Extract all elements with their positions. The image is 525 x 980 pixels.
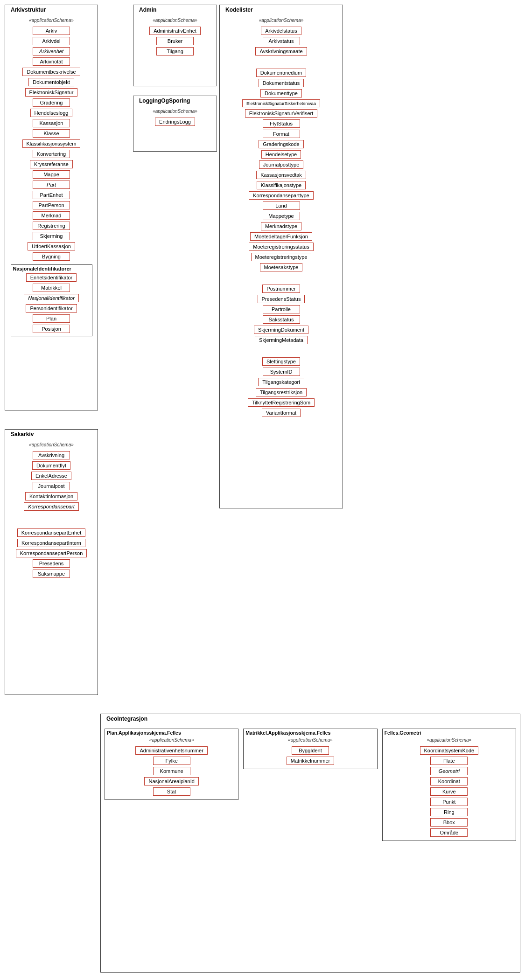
class-utfoertkassasjon[interactable]: UtfoertKassasjon bbox=[28, 242, 75, 250]
class-ring[interactable]: Ring bbox=[430, 808, 468, 816]
subpackage-fellesgeometri: Felles.Geometri «applicationSchema» Koor… bbox=[382, 729, 516, 841]
class-saksmappe[interactable]: Saksmappe bbox=[33, 570, 70, 578]
class-partrolle[interactable]: Partrolle bbox=[263, 305, 300, 313]
class-flytstatus[interactable]: FlytStatus bbox=[263, 119, 300, 128]
class-tilgangskategori[interactable]: Tilgangskategori bbox=[258, 378, 304, 386]
class-kontaktinformasjon[interactable]: Kontaktinformasjon bbox=[25, 492, 77, 500]
class-kurve[interactable]: Kurve bbox=[430, 787, 468, 796]
class-posisjon[interactable]: Posisjon bbox=[33, 325, 70, 333]
class-tilgang[interactable]: Tilgang bbox=[156, 47, 194, 56]
class-klassifikasjonssystem[interactable]: Klassifikasjonssystem bbox=[22, 139, 81, 148]
class-gradering[interactable]: Gradering bbox=[33, 98, 70, 107]
class-administrativenhetsnummer[interactable]: Administrativenhetsnummer bbox=[135, 746, 207, 755]
class-tilgangsrestriksjon[interactable]: Tilgangsrestriksjon bbox=[256, 388, 307, 396]
class-avskrivning[interactable]: Avskrivning bbox=[33, 451, 70, 459]
class-plan[interactable]: Plan bbox=[33, 314, 70, 323]
class-slettingstype[interactable]: Slettingstype bbox=[262, 357, 300, 366]
class-journalposttype[interactable]: Journalposttype bbox=[259, 160, 304, 169]
class-dokumentbeskrivelse[interactable]: Dokumentbeskrivelse bbox=[22, 68, 80, 76]
package-arkivstruktur-content: «applicationSchema» Arkiv Arkivdel Arkiv… bbox=[5, 16, 98, 340]
class-arkivnotat[interactable]: Arkivnotat bbox=[33, 57, 70, 66]
class-moeteregistreringsstatus[interactable]: Moeteregistreringsstatus bbox=[249, 243, 313, 251]
class-dokumentobjekt[interactable]: Dokumentobjekt bbox=[28, 78, 74, 86]
class-format[interactable]: Format bbox=[263, 130, 300, 138]
class-administrativenhet[interactable]: AdministrativEnhet bbox=[149, 27, 201, 35]
class-punkt[interactable]: Punkt bbox=[430, 798, 468, 806]
class-dokumentmedium[interactable]: Dokumentmedium bbox=[256, 69, 306, 77]
diagram-container: Arkivstruktur «applicationSchema» Arkiv … bbox=[0, 0, 525, 980]
class-mappe[interactable]: Mappe bbox=[33, 170, 70, 179]
class-matrikkel[interactable]: Matrikkel bbox=[33, 284, 70, 292]
class-elektronisksignatursikkerhetsnivaa[interactable]: ElektroniskSignaturSikkerhetsnivaa bbox=[242, 99, 320, 107]
class-byggident[interactable]: ByggIdent bbox=[292, 746, 329, 755]
class-geometri[interactable]: Geometri bbox=[430, 767, 468, 775]
class-korrespondansepartenhet[interactable]: KorrespondansepartEnhet bbox=[17, 528, 85, 537]
class-mappetype[interactable]: Mappetype bbox=[263, 212, 300, 220]
class-partperson[interactable]: PartPerson bbox=[33, 201, 70, 209]
class-moetesakstype[interactable]: Moetesakstype bbox=[260, 263, 303, 271]
class-enhetsidentifikator[interactable]: Enhetsidentifikator bbox=[26, 273, 77, 282]
class-tilknyttetregistreringsom[interactable]: TilknyttetRegistreringSom bbox=[248, 398, 315, 407]
class-flate[interactable]: Flate bbox=[430, 757, 468, 765]
class-skjermingdokument[interactable]: SkjermingDokument bbox=[254, 326, 308, 334]
class-nasjonalidentifikator[interactable]: NasjonalIdentifikator bbox=[24, 294, 79, 302]
class-koordinat[interactable]: Koordinat bbox=[430, 777, 468, 785]
class-korrespondansepartperson[interactable]: KorrespondansepartPerson bbox=[16, 549, 87, 557]
class-arkivenhet[interactable]: Arkivenhet bbox=[33, 47, 70, 56]
class-registrering[interactable]: Registrering bbox=[33, 222, 70, 230]
class-hendelsetype[interactable]: Hendelsetype bbox=[261, 150, 301, 159]
class-skjermingmetadata[interactable]: SkjermingMetadata bbox=[255, 336, 308, 344]
class-kommune[interactable]: Kommune bbox=[153, 767, 190, 775]
class-presedensstatus[interactable]: PresedensStatus bbox=[258, 295, 305, 303]
class-arkivstatus[interactable]: Arkivstatus bbox=[263, 37, 300, 45]
class-elektronisksignatur[interactable]: ElektroniskSignatur bbox=[25, 88, 78, 97]
class-omrade[interactable]: Område bbox=[430, 828, 468, 837]
class-arkivdelstatus[interactable]: Arkivdelstatus bbox=[261, 27, 301, 35]
class-konvertering[interactable]: Konvertering bbox=[33, 150, 70, 158]
class-part[interactable]: Part bbox=[33, 181, 70, 189]
class-skjerming[interactable]: Skjerming bbox=[33, 232, 70, 240]
class-journalpost[interactable]: Journalpost bbox=[33, 482, 70, 490]
class-nasjonalarealplanid[interactable]: NasjonalArealplanId bbox=[144, 777, 198, 785]
class-klassifikajonstype[interactable]: Klassifikajonstype bbox=[257, 181, 306, 189]
class-elektronisksignaturverifisert[interactable]: ElektroniskSignaturVerifisert bbox=[245, 109, 318, 118]
class-kassasjon[interactable]: Kassasjon bbox=[33, 119, 70, 127]
class-personidentifikator[interactable]: Personidentifikator bbox=[26, 304, 77, 313]
class-saksstatus[interactable]: Saksstatus bbox=[263, 315, 300, 324]
class-dokumenttype[interactable]: Dokumenttype bbox=[260, 89, 302, 97]
class-dokumentflyt[interactable]: Dokumentflyt bbox=[32, 461, 70, 470]
class-presedens[interactable]: Presedens bbox=[33, 559, 70, 568]
class-korrespondansepartintern[interactable]: KorrespondansepartIntern bbox=[17, 539, 85, 547]
class-bbox[interactable]: Bbox bbox=[430, 818, 468, 827]
class-matrikkelnummer[interactable]: Matrikkelnummer bbox=[287, 757, 334, 765]
class-graderingskode[interactable]: Graderingskode bbox=[259, 140, 303, 148]
class-moeteregistreringstype[interactable]: Moeteregistreringstype bbox=[251, 253, 312, 261]
class-fylke[interactable]: Fylke bbox=[153, 757, 190, 765]
class-kryssreferanse[interactable]: Kryssreferanse bbox=[30, 160, 73, 168]
class-dokumentstatus[interactable]: Dokumentstatus bbox=[259, 79, 304, 87]
class-arkiv[interactable]: Arkiv bbox=[33, 27, 70, 35]
class-merknad[interactable]: Merknad bbox=[33, 211, 70, 220]
class-moetedeltager[interactable]: MoetedeltagerFunksjon bbox=[250, 232, 312, 241]
class-hendelseslogg[interactable]: Hendelseslogg bbox=[30, 109, 73, 117]
package-logging-title: LoggingOgSporing bbox=[137, 97, 192, 105]
class-merknadstype[interactable]: Merknadstype bbox=[261, 222, 301, 230]
class-bruker[interactable]: Bruker bbox=[156, 37, 194, 45]
class-endringslogg[interactable]: EndringsLogg bbox=[155, 118, 195, 126]
class-enkeladresse[interactable]: EnkelAdresse bbox=[31, 472, 71, 480]
class-postnummer[interactable]: Postnummer bbox=[262, 285, 300, 293]
class-avskrivningsmaate[interactable]: Avskrivningsmaate bbox=[255, 47, 307, 56]
class-bygning[interactable]: Bygning bbox=[33, 252, 70, 261]
class-koordinatsystemkode[interactable]: KoordinatsystemKode bbox=[420, 746, 479, 755]
class-stat[interactable]: Stat bbox=[153, 787, 190, 796]
class-systemid[interactable]: SystemID bbox=[263, 368, 300, 376]
class-land[interactable]: Land bbox=[263, 202, 300, 210]
class-arkivdel[interactable]: Arkivdel bbox=[33, 37, 70, 45]
class-korrespondansepart[interactable]: Korrespondansepart bbox=[24, 502, 79, 511]
class-klasse[interactable]: Klasse bbox=[33, 129, 70, 138]
class-kassasjonsvedtak[interactable]: Kassasjonsvedtak bbox=[256, 171, 306, 179]
subpackage-fellesgeometri-header: Felles.Geometri bbox=[383, 729, 516, 737]
class-korrespondanseparttype[interactable]: Korrespondanseparttype bbox=[249, 191, 313, 200]
class-partenhet[interactable]: PartEnhet bbox=[33, 191, 70, 199]
class-variantformat[interactable]: Variantformat bbox=[262, 409, 301, 417]
